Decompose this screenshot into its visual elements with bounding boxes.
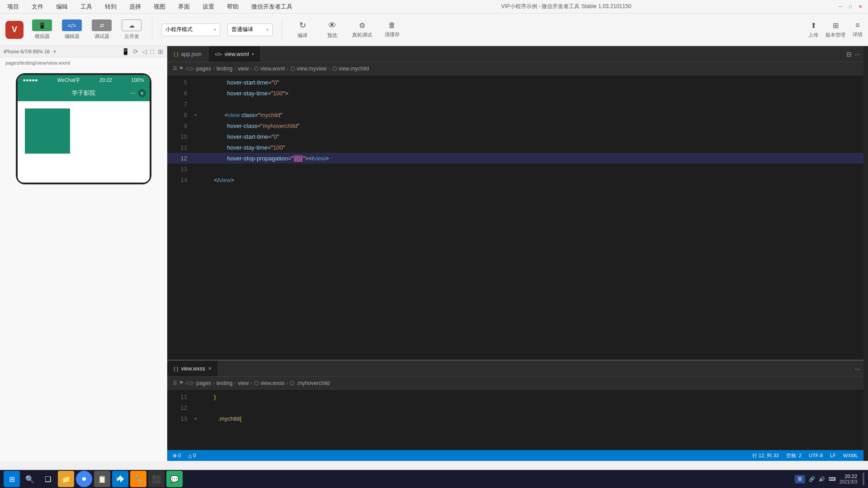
upload-tool[interactable]: ⬆ 上传 [808, 21, 818, 38]
compile-tool[interactable]: ↻ 编译 [291, 20, 314, 39]
tab-view-wxss[interactable]: { } view.wxss ✕ [167, 361, 218, 376]
breadcrumb-pages[interactable]: pages [196, 66, 211, 72]
bottom-back-icon[interactable]: ◁ [185, 380, 189, 386]
simulator-back-icon[interactable]: ◁ [142, 48, 147, 55]
detail-tool[interactable]: ≡ 详情 [853, 21, 863, 38]
tray-ime[interactable]: 英 [795, 475, 805, 483]
menu-item-project[interactable]: 项目 [5, 2, 22, 12]
menu-item-settings[interactable]: 设置 [200, 2, 217, 12]
bottom-breadcrumb-testing[interactable]: testing [217, 380, 232, 386]
tab-view-wxss-close[interactable]: ✕ [208, 366, 212, 371]
simulator-tool[interactable]: 📱 模拟器 [31, 19, 53, 40]
warning-count[interactable]: △ 0 [188, 453, 196, 459]
preview-icon[interactable]: 👁 [328, 21, 336, 30]
breadcrumb-list-icon[interactable]: ☰ [173, 66, 177, 71]
editor-icon-btn[interactable]: </> [62, 19, 82, 31]
device-selector[interactable]: iPhone 6/7/8 85% 16 [4, 49, 50, 54]
breadcrumb-bookmark-icon[interactable]: ⚑ [179, 66, 184, 71]
close-button[interactable]: ✕ [857, 4, 863, 10]
breadcrumb-myview[interactable]: view.myview [297, 66, 327, 72]
breadcrumb-view[interactable]: view [238, 66, 249, 72]
taskbar-app3[interactable]: 📋 [94, 471, 110, 487]
menu-item-goto[interactable]: 转到 [102, 2, 119, 12]
breadcrumb-back-icon[interactable]: ◁ [185, 66, 189, 71]
bottom-breadcrumb-pages[interactable]: pages [196, 380, 211, 386]
bottom-forward-icon[interactable]: ▷ [191, 380, 194, 386]
menu-item-tools[interactable]: 工具 [78, 2, 95, 12]
real-debug-icon[interactable]: ⚙ [359, 21, 365, 30]
simulator-expand-icon[interactable]: ⊞ [158, 48, 163, 55]
window-controls: ─ □ ✕ [837, 4, 863, 10]
mode-select[interactable]: 小程序模式 ▾ [161, 23, 220, 36]
bottom-breadcrumb-myhoverchild[interactable]: .myhoverchild [296, 380, 330, 386]
upload-icon[interactable]: ⬆ [811, 21, 816, 30]
clock-time: 20:22 [844, 474, 857, 479]
version-icon[interactable]: ⊞ [833, 21, 839, 30]
bottom-fold-indicator-13[interactable]: ▾ [194, 416, 197, 421]
menu-item-wechat-devtools[interactable]: 微信开发者工具 [249, 2, 295, 12]
simulator-home-icon[interactable]: □ [151, 48, 154, 55]
bottom-bookmark-icon[interactable]: ⚑ [179, 380, 184, 386]
breadcrumb-view-wxml[interactable]: view.wxml [260, 66, 285, 72]
clear-cache-tool[interactable]: 🗑 清缓存 [381, 21, 403, 38]
wxss-file-icon: { } [174, 366, 178, 371]
debugger-tool[interactable]: ⇄ 调试器 [90, 19, 113, 40]
right-scrollbar[interactable] [863, 46, 868, 461]
tray-keyboard: ⌨ [829, 476, 836, 482]
taskbar-wechat[interactable]: 💬 [166, 471, 183, 487]
taskbar-chrome[interactable] [76, 471, 92, 487]
compile-select[interactable]: 普通编译 ▾ [227, 23, 273, 36]
minimize-button[interactable]: ─ [837, 4, 844, 10]
tray-wifi[interactable]: 🔗 [809, 476, 815, 482]
device-chevron[interactable]: ▾ [53, 48, 56, 55]
cloud-icon-btn[interactable]: ☁ [122, 19, 142, 31]
status-spaces: 空格: 2 [786, 452, 802, 459]
code-editor-top[interactable]: 5 hover-start-time="0" 6 hover-stay-time… [167, 75, 863, 360]
bottom-list-icon[interactable]: ☰ [173, 380, 177, 386]
phone-nav-menu-icon[interactable]: ··· [131, 89, 136, 97]
breadcrumb-testing[interactable]: testing [217, 66, 232, 72]
system-clock[interactable]: 20:22 2021/3/3 [840, 474, 857, 484]
split-editor-icon[interactable]: ⊟ [846, 51, 852, 58]
show-desktop[interactable] [863, 473, 864, 485]
taskbar-app6[interactable]: ⬛ [148, 471, 165, 487]
menu-item-help[interactable]: 帮助 [224, 2, 241, 12]
start-button[interactable]: ⊞ [4, 471, 20, 487]
breadcrumb-forward-icon[interactable]: ▷ [191, 66, 194, 71]
compile-icon[interactable]: ↻ [299, 20, 306, 30]
task-view-button[interactable]: ❑ [40, 471, 56, 487]
error-count[interactable]: ⊗ 0 [173, 453, 181, 459]
menu-item-select[interactable]: 选择 [127, 2, 144, 12]
phone-nav-close-icon[interactable]: ✕ [138, 89, 146, 97]
tab-modified-dot: ● [252, 52, 254, 56]
real-debug-tool[interactable]: ⚙ 真机调试 [351, 21, 373, 38]
bottom-breadcrumb-wxss[interactable]: view.wxss [260, 380, 284, 386]
version-tool[interactable]: ⊞ 版本管理 [826, 21, 845, 38]
menu-item-interface[interactable]: 界面 [175, 2, 193, 12]
simulator-icon-btn[interactable]: 📱 [32, 19, 52, 31]
taskbar-app5[interactable]: 🔧 [130, 471, 146, 487]
breadcrumb-mychild[interactable]: view.mychild [339, 66, 369, 72]
bottom-breadcrumb-view[interactable]: view [238, 380, 249, 386]
editor-tool[interactable]: </> 编辑器 [61, 19, 83, 40]
search-button[interactable]: 🔍 [22, 471, 38, 487]
bottom-tab-more[interactable]: ··· [854, 365, 863, 372]
cloud-tool[interactable]: ☁ 云开发 [120, 19, 143, 40]
taskbar-file-explorer[interactable]: 📁 [58, 471, 74, 487]
tab-view-wxml[interactable]: </> view.wxml ● [208, 46, 261, 62]
debugger-icon-btn[interactable]: ⇄ [92, 19, 112, 31]
clear-cache-icon[interactable]: 🗑 [388, 21, 396, 29]
simulator-refresh-icon[interactable]: ⟳ [133, 48, 138, 55]
simulator-phone-icon[interactable]: 📱 [122, 48, 129, 55]
preview-tool[interactable]: 👁 预览 [321, 21, 344, 39]
menu-item-file[interactable]: 文件 [29, 2, 46, 12]
code-editor-bottom[interactable]: 11 } 12 13 ▾ .mychild{ [167, 389, 863, 450]
taskbar-vscode[interactable] [112, 471, 128, 487]
tab-app-json[interactable]: { } app.json [167, 46, 208, 62]
menu-item-view[interactable]: 视图 [151, 2, 168, 12]
maximize-button[interactable]: □ [847, 4, 854, 10]
detail-icon[interactable]: ≡ [855, 21, 859, 29]
tab-more-icon[interactable]: ··· [854, 51, 860, 58]
menu-item-edit[interactable]: 编辑 [53, 2, 71, 12]
tray-volume[interactable]: 🔊 [819, 476, 825, 482]
